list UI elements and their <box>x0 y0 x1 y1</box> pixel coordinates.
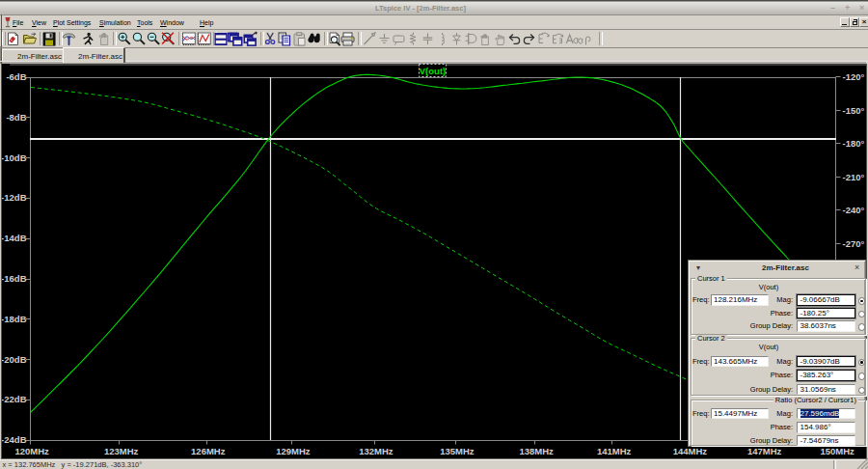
svg-text:-180°: -180° <box>843 138 865 149</box>
svg-text:120MHz: 120MHz <box>15 446 50 456</box>
svg-text:135MHz: 135MHz <box>440 446 475 456</box>
svg-text:V(out): V(out) <box>420 66 446 76</box>
svg-text:-6dB: -6dB <box>6 71 26 82</box>
svg-text:-120°: -120° <box>843 71 865 82</box>
svg-text:147MHz: 147MHz <box>747 446 782 456</box>
svg-text:-14dB: -14dB <box>1 233 27 243</box>
svg-text:126MHz: 126MHz <box>191 446 226 456</box>
svg-text:132MHz: 132MHz <box>359 446 393 456</box>
svg-text:-24dB: -24dB <box>1 434 27 445</box>
svg-text:144MHz: 144MHz <box>673 446 708 456</box>
svg-text:129MHz: 129MHz <box>276 446 311 456</box>
svg-text:-210°: -210° <box>843 172 865 182</box>
svg-text:-10dB: -10dB <box>1 152 27 163</box>
svg-text:-22dB: -22dB <box>1 394 27 404</box>
svg-text:-240°: -240° <box>843 205 865 215</box>
svg-text:-8dB: -8dB <box>6 112 26 123</box>
svg-text:150MHz: 150MHz <box>821 446 855 456</box>
svg-text:-18dB: -18dB <box>1 314 27 324</box>
svg-text:-12dB: -12dB <box>1 192 27 203</box>
svg-text:-20dB: -20dB <box>1 354 27 365</box>
svg-text:141MHz: 141MHz <box>597 446 632 456</box>
svg-text:123MHz: 123MHz <box>104 446 139 456</box>
svg-text:138MHz: 138MHz <box>519 446 554 456</box>
svg-text:-16dB: -16dB <box>1 273 27 284</box>
svg-text:-270°: -270° <box>843 238 865 249</box>
svg-text:-150°: -150° <box>843 105 865 116</box>
